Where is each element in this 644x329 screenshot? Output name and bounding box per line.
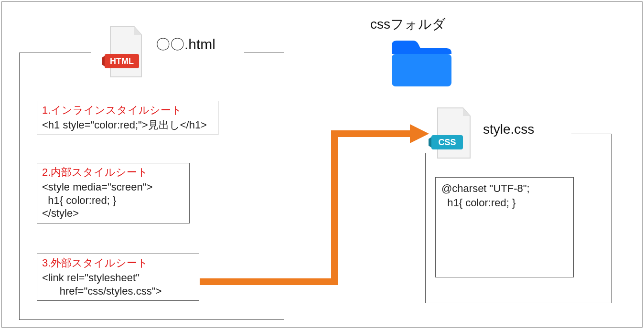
html-file-panel: HTML 〇〇.html 1.インラインスタイルシート <h1 style="c… [19, 53, 284, 320]
css-folder-label: cssフォルダ [370, 15, 446, 33]
external-style-title: 3.外部スタイルシート [42, 256, 194, 270]
css-filename: style.css [483, 122, 534, 137]
html-file-icon: HTML [101, 24, 149, 84]
folder-icon [387, 36, 454, 93]
html-badge-text: HTML [110, 56, 134, 66]
inline-style-title: 1.インラインスタイルシート [42, 103, 213, 117]
css-code-box: @charset "UTF-8"; h1{ color:red; } [435, 177, 574, 277]
css-file-icon: CSS [426, 106, 478, 165]
svg-rect-1 [392, 54, 451, 86]
external-style-box: 3.外部スタイルシート <link rel="stylesheet" href=… [37, 254, 199, 301]
external-style-code: <link rel="stylesheet" href="css/styles.… [42, 271, 194, 297]
html-filename: 〇〇.html [156, 35, 215, 54]
internal-style-title: 2.内部スタイルシート [42, 165, 184, 180]
css-code-body: @charset "UTF-8"; h1{ color:red; } [441, 181, 568, 210]
internal-style-box: 2.内部スタイルシート <style media="screen"> h1{ c… [37, 163, 190, 223]
css-badge-text: CSS [438, 138, 456, 147]
inline-style-box: 1.インラインスタイルシート <h1 style="color:red;">見出… [37, 101, 218, 135]
inline-style-code: <h1 style="color:red;">見出し</h1> [42, 118, 213, 132]
css-file-panel: CSS style.css @charset "UTF-8"; h1{ colo… [425, 134, 612, 303]
internal-style-code: <style media="screen"> h1{ color:red; } … [42, 180, 184, 220]
